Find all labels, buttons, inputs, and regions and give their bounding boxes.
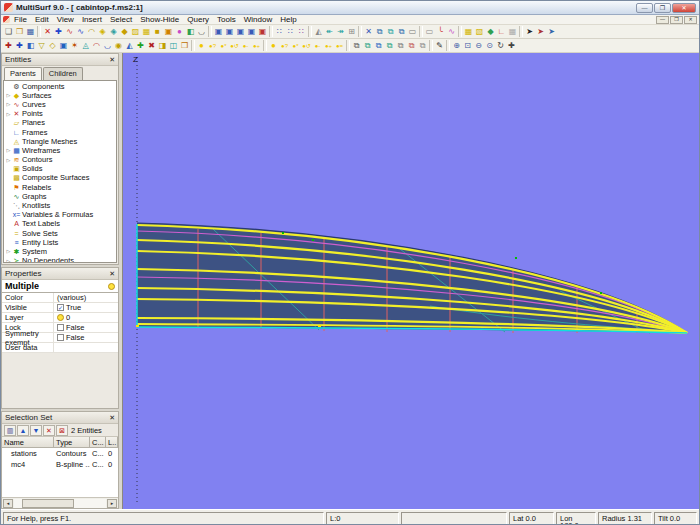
menu-query[interactable]: Query <box>183 15 213 24</box>
paste-entities-button[interactable]: ⧉ <box>385 25 396 38</box>
insert-surface-button[interactable]: ◈ <box>97 25 108 38</box>
property-value-symmetry-exempt[interactable]: False <box>54 333 84 342</box>
insert-point-button[interactable]: ✚ <box>53 25 64 38</box>
zoom-fit-button[interactable]: ⊞ <box>346 25 357 38</box>
copy-report-button[interactable]: ⧉ <box>395 39 406 52</box>
tree-item-surfaces[interactable]: ▷◆Surfaces <box>4 91 116 100</box>
weights-tool-button[interactable]: ▦ <box>463 25 474 38</box>
scroll-right-icon[interactable]: ▸ <box>107 499 117 508</box>
tree-item-relabels[interactable]: ⚑Relabels <box>4 183 116 192</box>
property-value-visible[interactable]: ✓True <box>54 303 81 312</box>
delete-entity-button[interactable]: ✕ <box>42 25 53 38</box>
tree-item-knotlists[interactable]: ⋱Knotlists <box>4 201 116 210</box>
property-value-lock[interactable]: False <box>54 323 84 332</box>
tab-children[interactable]: Children <box>43 67 83 80</box>
copy-image-button[interactable]: ⧉ <box>362 39 373 52</box>
tree-item-triangle-meshes[interactable]: ◬Triangle Meshes <box>4 137 116 146</box>
menu-view[interactable]: View <box>53 15 78 24</box>
entity-surf2-button[interactable]: ◫ <box>168 39 179 52</box>
entity-frame-button[interactable]: ◇ <box>47 39 58 52</box>
entity-foil-button[interactable]: ◭ <box>124 39 135 52</box>
expand-arrow-icon[interactable]: ▷ <box>6 92 11 98</box>
move-down-button[interactable]: ▼ <box>30 425 42 436</box>
menu-showhide[interactable]: Show-Hide <box>136 15 183 24</box>
property-value-color[interactable]: (various) <box>54 293 86 302</box>
tree-item-composite-surfaces[interactable]: ▩Composite Surfaces <box>4 173 116 182</box>
checkbox-checked-icon[interactable]: ✓ <box>57 304 64 311</box>
tree-item-text-labels[interactable]: AText Labels <box>4 219 116 228</box>
entity-arc-button[interactable]: ◠ <box>91 39 102 52</box>
show-named-button[interactable]: ●* <box>218 39 229 52</box>
column-header-c[interactable]: C... <box>90 437 106 448</box>
cut-entities-button[interactable]: ✕ <box>363 25 374 38</box>
curvature-tool-button[interactable]: ∿ <box>446 25 457 38</box>
entity-ring-button[interactable]: ▽ <box>36 39 47 52</box>
visible-all-button[interactable]: ● <box>268 39 279 52</box>
select-remove-button[interactable]: ➤ <box>535 25 546 38</box>
knife-tool-button[interactable]: ✎ <box>434 39 445 52</box>
minimize-button[interactable]: — <box>636 3 653 13</box>
clipboard-view-button[interactable]: ▭ <box>407 25 418 38</box>
tree-item-entity-lists[interactable]: ≡Entity Lists <box>4 238 116 247</box>
show-all-button[interactable]: ● <box>196 39 207 52</box>
pan-view-button[interactable]: ✚ <box>506 39 517 52</box>
menu-tools[interactable]: Tools <box>213 15 240 24</box>
menu-edit[interactable]: Edit <box>31 15 53 24</box>
insert-lofted-surface-button[interactable]: ▨ <box>130 25 141 38</box>
entity-bead-button[interactable]: ✚ <box>14 39 25 52</box>
grid-snap-y-button[interactable]: ∷ <box>285 25 296 38</box>
view-side-button[interactable]: ▣ <box>235 25 246 38</box>
close-button[interactable]: ✕ <box>672 3 696 13</box>
frame-tool-button[interactable]: ∟ <box>496 25 507 38</box>
expand-arrow-icon[interactable]: ▷ <box>6 101 11 107</box>
grid-snap-z-button[interactable]: ∷ <box>296 25 307 38</box>
entity-star-button[interactable]: ✶ <box>69 39 80 52</box>
tree-item-variables-formulas[interactable]: x=Variables & Formulas <box>4 210 116 219</box>
visible-plus-button[interactable]: ●+ <box>323 39 334 52</box>
view-wireframe-button[interactable]: ▣ <box>213 25 224 38</box>
entities-panel-titlebar[interactable]: Entities ✕ <box>2 54 118 66</box>
entity-plane-button[interactable]: ▣ <box>58 39 69 52</box>
help-bulb-icon[interactable] <box>108 283 115 290</box>
zoom-in-button[interactable]: ⊕ <box>451 39 462 52</box>
measure-tool-button[interactable]: ▭ <box>424 25 435 38</box>
tree-item-solids[interactable]: ▣Solids <box>4 164 116 173</box>
select-query-button[interactable]: ➤ <box>546 25 557 38</box>
next-view-button[interactable]: ↠ <box>335 25 346 38</box>
mdi-document-icon[interactable] <box>3 16 10 23</box>
insert-snake-button[interactable]: ◠ <box>86 25 97 38</box>
tree-item-frames[interactable]: ∟Frames <box>4 127 116 136</box>
checkbox-icon[interactable] <box>57 334 64 341</box>
new-file-button[interactable]: ❏ <box>3 25 14 38</box>
clear-selection-button[interactable]: ⊠ <box>56 425 68 436</box>
menu-file[interactable]: File <box>10 15 31 24</box>
tree-item-curves[interactable]: ▷∿Curves <box>4 100 116 109</box>
offsets-tool-button[interactable]: ▧ <box>474 25 485 38</box>
tree-item-system[interactable]: ▷✱System <box>4 247 116 256</box>
blank-tool-button[interactable]: ▦ <box>507 25 518 38</box>
entity-add-button[interactable]: ✚ <box>135 39 146 52</box>
previous-view-button[interactable]: ↞ <box>324 25 335 38</box>
zoom-window-button[interactable]: ⊡ <box>462 39 473 52</box>
expand-arrow-icon[interactable]: ▷ <box>6 157 11 163</box>
entity-print-button[interactable]: ❒ <box>179 39 190 52</box>
tree-item-components[interactable]: ⚙Components <box>4 82 116 91</box>
copy-entities-button[interactable]: ⧉ <box>374 25 385 38</box>
insert-solid-button[interactable]: ■ <box>152 25 163 38</box>
selection-hscrollbar[interactable]: ◂ ▸ <box>2 497 118 508</box>
visible-named-button[interactable]: ●* <box>290 39 301 52</box>
tree-item-contours[interactable]: ▷≋Contours <box>4 155 116 164</box>
column-header-type[interactable]: Type <box>54 437 90 448</box>
save-file-button[interactable]: ▦ <box>25 25 36 38</box>
tab-parents[interactable]: Parents <box>4 67 42 80</box>
show-refresh-button[interactable]: ●↺ <box>229 39 240 52</box>
copy-special-button[interactable]: ⧉ <box>406 39 417 52</box>
properties-panel-titlebar[interactable]: Properties ✕ <box>2 268 118 280</box>
insert-sphere-button[interactable]: ● <box>174 25 185 38</box>
show-query-button[interactable]: ●? <box>207 39 218 52</box>
menu-insert[interactable]: Insert <box>78 15 106 24</box>
move-up-button[interactable]: ▲ <box>17 425 29 436</box>
selection-row[interactable]: mc4B-spline ...C...0 <box>2 459 118 470</box>
entity-ccurve-button[interactable]: ◉ <box>113 39 124 52</box>
view-perspective-button[interactable]: ▣ <box>257 25 268 38</box>
